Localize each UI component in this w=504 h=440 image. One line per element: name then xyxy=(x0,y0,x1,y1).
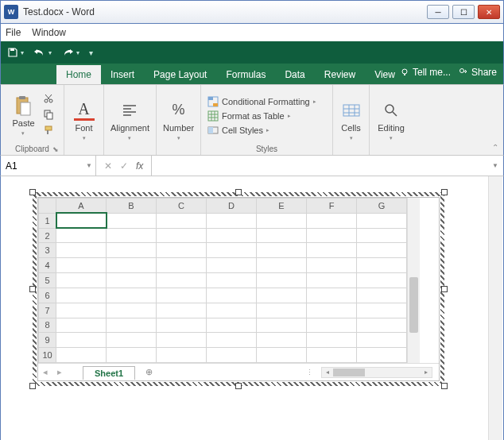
resize-handle-nw[interactable] xyxy=(29,189,36,195)
embedded-spreadsheet-object[interactable]: A B C D E F G 1 2 3 4 5 6 7 8 xyxy=(33,192,444,386)
cell[interactable] xyxy=(257,273,307,288)
minimize-button[interactable]: ─ xyxy=(427,5,449,19)
copy-button[interactable] xyxy=(43,109,54,123)
cell[interactable] xyxy=(357,333,407,348)
redo-button[interactable]: ▾ xyxy=(61,47,79,58)
row-header[interactable]: 3 xyxy=(39,243,56,258)
row-header[interactable]: 2 xyxy=(39,228,56,243)
cell[interactable] xyxy=(207,303,257,318)
menu-window[interactable]: Window xyxy=(32,27,66,38)
cell[interactable] xyxy=(257,213,307,228)
column-header[interactable]: C xyxy=(157,199,207,214)
cell[interactable] xyxy=(56,273,107,288)
cell[interactable] xyxy=(107,348,157,363)
tab-formulas[interactable]: Formulas xyxy=(216,65,275,84)
cell-styles-button[interactable]: Cell Styles▸ xyxy=(206,124,271,137)
cell[interactable] xyxy=(357,303,407,318)
collapse-ribbon-button[interactable]: ⌃ xyxy=(492,143,498,152)
cell[interactable] xyxy=(257,288,307,303)
tab-view[interactable]: View xyxy=(365,65,405,84)
cell[interactable] xyxy=(207,228,257,243)
cell[interactable] xyxy=(307,288,357,303)
expand-formula-bar[interactable]: ▼ xyxy=(492,162,498,169)
column-header[interactable]: D xyxy=(207,199,257,214)
column-header[interactable]: E xyxy=(257,199,307,214)
undo-button[interactable]: ▾ xyxy=(33,47,52,58)
resize-handle-e[interactable] xyxy=(441,286,448,292)
cell[interactable] xyxy=(257,258,307,273)
cell[interactable] xyxy=(56,348,107,363)
row-header[interactable]: 10 xyxy=(39,348,56,363)
cell[interactable] xyxy=(207,333,257,348)
maximize-button[interactable]: ☐ xyxy=(452,5,475,19)
cell[interactable] xyxy=(157,303,207,318)
sheet-nav-prev[interactable]: ◂ xyxy=(38,367,52,377)
column-header[interactable]: A xyxy=(56,199,107,214)
clipboard-launcher[interactable]: ⬊ xyxy=(52,145,59,153)
number-button[interactable]: % Number ▾ xyxy=(161,98,196,143)
cell[interactable] xyxy=(307,333,357,348)
column-header[interactable]: B xyxy=(107,199,157,214)
cell[interactable] xyxy=(357,288,407,303)
cells-button[interactable]: Cells ▾ xyxy=(339,98,363,143)
cell[interactable] xyxy=(357,258,407,273)
document-vertical-scrollbar[interactable] xyxy=(488,176,502,440)
formula-input[interactable]: ▼ xyxy=(152,156,503,176)
cell[interactable] xyxy=(56,228,107,243)
resize-handle-w[interactable] xyxy=(29,286,36,292)
tab-page-layout[interactable]: Page Layout xyxy=(144,65,216,84)
cell[interactable] xyxy=(107,258,157,273)
cell[interactable] xyxy=(257,348,307,363)
cell[interactable] xyxy=(157,318,207,333)
name-box-dropdown[interactable]: ▼ xyxy=(86,162,92,169)
cell[interactable] xyxy=(207,348,257,363)
tab-home[interactable]: Home xyxy=(56,65,101,84)
cell[interactable] xyxy=(107,273,157,288)
cell[interactable] xyxy=(107,213,157,228)
spreadsheet-grid[interactable]: A B C D E F G 1 2 3 4 5 6 7 8 xyxy=(38,198,407,363)
tab-review[interactable]: Review xyxy=(315,65,365,84)
cell[interactable] xyxy=(56,303,107,318)
select-all-corner[interactable] xyxy=(39,199,56,214)
conditional-formatting-button[interactable]: Conditional Formatting▸ xyxy=(206,95,318,108)
row-header[interactable]: 5 xyxy=(39,273,56,288)
alignment-button[interactable]: Alignment ▾ xyxy=(109,98,151,143)
row-header[interactable]: 6 xyxy=(39,288,56,303)
cell[interactable] xyxy=(307,348,357,363)
cell[interactable] xyxy=(157,273,207,288)
cell[interactable] xyxy=(107,318,157,333)
insert-function-button[interactable]: fx xyxy=(136,160,143,172)
cell[interactable] xyxy=(107,303,157,318)
cell[interactable] xyxy=(157,228,207,243)
cell[interactable] xyxy=(157,258,207,273)
hscroll-left[interactable]: ◂ xyxy=(322,368,333,377)
resize-handle-s[interactable] xyxy=(235,383,242,389)
cell[interactable] xyxy=(157,333,207,348)
font-button[interactable]: A Font ▾ xyxy=(72,98,96,143)
cell[interactable] xyxy=(56,288,107,303)
hscroll-right[interactable]: ▸ xyxy=(421,368,432,377)
cell[interactable] xyxy=(357,243,407,258)
cell[interactable] xyxy=(307,243,357,258)
save-button[interactable]: ▾ xyxy=(7,47,24,58)
column-header[interactable]: F xyxy=(307,199,357,214)
paste-button[interactable]: Paste ▾ xyxy=(10,94,36,138)
cell[interactable] xyxy=(207,243,257,258)
sheet-nav-next[interactable]: ▸ xyxy=(52,367,67,377)
cell[interactable] xyxy=(157,348,207,363)
close-button[interactable]: ✕ xyxy=(478,5,500,19)
cell[interactable] xyxy=(357,348,407,363)
cell[interactable] xyxy=(307,213,357,228)
menu-file[interactable]: File xyxy=(6,27,21,38)
share-button[interactable]: Share xyxy=(459,67,497,78)
row-header[interactable]: 8 xyxy=(39,318,56,333)
cell[interactable] xyxy=(357,273,407,288)
row-header[interactable]: 9 xyxy=(39,333,56,348)
cell[interactable] xyxy=(257,318,307,333)
cell[interactable] xyxy=(257,333,307,348)
tab-data[interactable]: Data xyxy=(275,65,314,84)
sheet-horizontal-scrollbar[interactable]: ◂ ▸ xyxy=(321,367,432,378)
sheet-vertical-scrollbar[interactable] xyxy=(407,198,420,363)
enter-formula-button[interactable]: ✓ xyxy=(120,160,128,172)
sheet-tab[interactable]: Sheet1 xyxy=(83,366,135,380)
